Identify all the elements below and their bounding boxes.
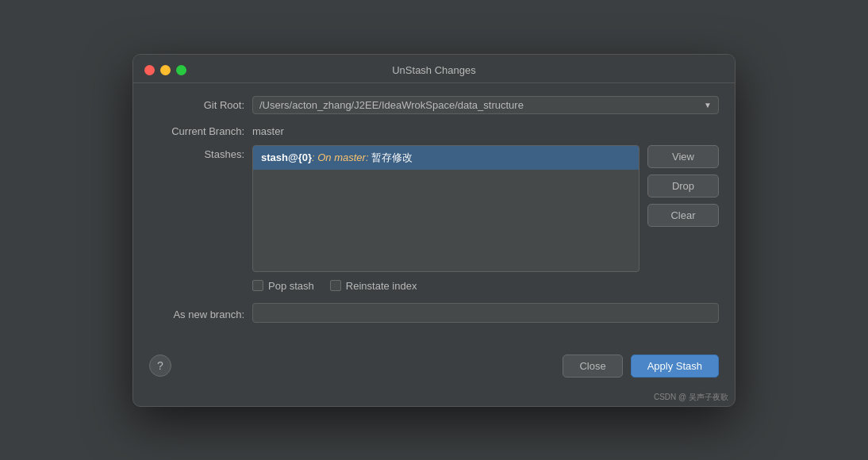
apply-stash-button[interactable]: Apply Stash — [631, 355, 719, 378]
drop-button[interactable]: Drop — [647, 174, 719, 197]
pop-stash-label: Pop stash — [268, 280, 314, 292]
traffic-lights — [144, 65, 186, 75]
pop-stash-checkbox[interactable] — [252, 280, 263, 291]
reinstate-index-label: Reinstate index — [346, 280, 417, 292]
watermark: CSDN @ 吴声子夜歌 — [133, 390, 735, 406]
new-branch-input[interactable] — [252, 303, 719, 323]
close-traffic-light[interactable] — [144, 65, 155, 75]
clear-button[interactable]: Clear — [647, 204, 719, 227]
view-button[interactable]: View — [647, 145, 719, 168]
new-branch-label: As new branch: — [149, 305, 252, 320]
titlebar: UnStash Changes — [133, 55, 735, 83]
git-root-select[interactable]: /Users/acton_zhang/J2EE/IdeaWrokSpace/da… — [252, 96, 719, 114]
footer-buttons: Close Apply Stash — [563, 355, 719, 378]
git-root-row: Git Root: /Users/acton_zhang/J2EE/IdeaWr… — [149, 96, 719, 114]
git-root-value: /Users/acton_zhang/J2EE/IdeaWrokSpace/da… — [259, 99, 699, 111]
stashes-section: Stashes: stash@{0}: On master: 暂存修改 View… — [149, 145, 719, 272]
help-button[interactable]: ? — [149, 355, 171, 377]
stash-list[interactable]: stash@{0}: On master: 暂存修改 — [252, 145, 639, 272]
footer: ? Close Apply Stash — [133, 348, 735, 390]
chevron-down-icon: ▼ — [704, 101, 712, 109]
current-branch-row: Current Branch: master — [149, 122, 719, 137]
git-root-label: Git Root: — [149, 96, 252, 111]
maximize-traffic-light[interactable] — [176, 65, 186, 75]
reinstate-index-group: Reinstate index — [330, 280, 417, 292]
dialog-title: UnStash Changes — [392, 64, 476, 76]
dialog: UnStash Changes Git Root: /Users/acton_z… — [133, 54, 735, 407]
stash-desc: : On master: — [312, 151, 371, 163]
stash-buttons: View Drop Clear — [647, 145, 719, 227]
checkboxes-row: Pop stash Reinstate index — [149, 280, 719, 292]
stashes-label: Stashes: — [149, 145, 252, 160]
stash-key: stash@{0} — [261, 151, 312, 163]
pop-stash-group: Pop stash — [252, 280, 314, 292]
minimize-traffic-light[interactable] — [160, 65, 171, 75]
stash-cn: 暂存修改 — [371, 151, 413, 163]
reinstate-index-checkbox[interactable] — [330, 280, 341, 291]
current-branch-label: Current Branch: — [149, 122, 252, 137]
dialog-content: Git Root: /Users/acton_zhang/J2EE/IdeaWr… — [133, 83, 735, 348]
list-item[interactable]: stash@{0}: On master: 暂存修改 — [253, 146, 639, 170]
close-button[interactable]: Close — [563, 355, 622, 378]
current-branch-value: master — [252, 122, 284, 137]
new-branch-row: As new branch: — [149, 303, 719, 323]
